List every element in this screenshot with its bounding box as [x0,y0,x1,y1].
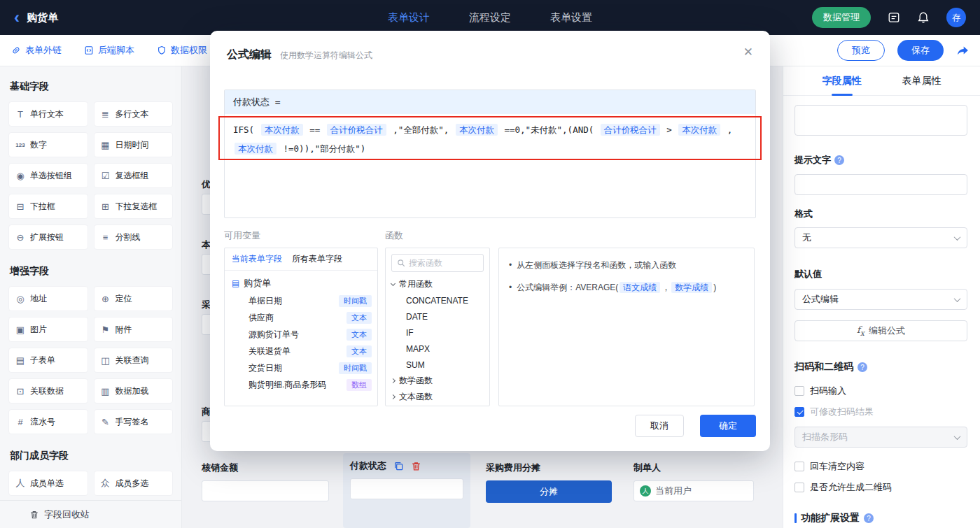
checkbox-icon[interactable] [794,462,804,471]
topbar-tab[interactable]: 表单设置 [550,11,592,24]
sidebar-field-item[interactable]: ▥数据加载 [94,378,174,404]
sidebar-field-item[interactable]: ≣多行文本 [94,101,174,127]
sidebar-field-item[interactable]: ◉单选按钮组 [8,163,88,188]
sidebar-field-item[interactable]: ▤子表单 [8,348,88,373]
functions-tree: 常用函数CONCATENATEDATEIFMAPXSUM数学函数文本函数 [391,276,484,405]
checkbox-scan-input[interactable]: 扫码输入 [794,385,967,397]
preview-button[interactable]: 预览 [837,40,885,61]
apps-icon[interactable] [888,11,900,24]
field-creator[interactable]: 制单人 人 当前用户 [634,462,754,501]
trash-icon[interactable] [411,461,421,471]
sidebar-field-item[interactable]: 人成员单选 [8,471,88,496]
checkbox-label: 是否允许生成二维码 [810,481,892,494]
form-node[interactable]: ▤ 购货单 [225,274,377,292]
variable-row[interactable]: 供应商文本 [225,309,377,326]
field-type-icon: 123 [15,142,26,148]
field-payment-status-selected[interactable]: 付款状态 [343,453,470,528]
checkbox-editable-scan-result[interactable]: 可修改扫码结果 [794,406,967,418]
tab-current-form-fields[interactable]: 当前表单字段 [232,253,282,265]
help-icon[interactable]: ? [864,513,874,523]
checkbox-icon[interactable] [794,483,804,492]
function-item[interactable]: CONCATENATE [391,292,484,308]
sidebar-field-item[interactable]: ⊞下拉复选框 [94,194,174,219]
sidebar-field-item[interactable]: ⊖扩展按钮 [8,224,88,250]
format-select[interactable]: 无 [794,227,967,248]
tab-all-form-fields[interactable]: 所有表单字段 [292,253,342,265]
variable-type-tag: 时间戳 [339,362,372,374]
sidebar-field-item[interactable]: ▣图片 [8,317,88,342]
sidebar-field-item[interactable]: ⊡关联数据 [8,378,88,404]
sidebar-field-item[interactable]: T单行文本 [8,101,88,127]
function-search-input[interactable]: 搜索函数 [391,254,484,272]
cancel-button[interactable]: 取消 [635,415,684,437]
avatar[interactable]: 存 [946,8,966,27]
function-item[interactable]: IF [391,324,484,341]
sidebar-field-item[interactable]: ◫关联查询 [94,348,174,373]
variable-type-tag: 文本 [346,312,372,324]
sidebar-item-label: 日期时间 [115,139,149,151]
hint-text-input[interactable] [794,174,967,195]
checkbox-allow-qrcode[interactable]: 是否允许生成二维码 [794,481,967,494]
formula-content[interactable]: IFS( 本次付款 == 合计价税合计 ,"全部付款", 本次付款 ==0,"未… [225,114,755,217]
function-group[interactable]: 常用函数 [391,276,484,292]
sidebar-item-label: 地址 [30,293,47,305]
back-button[interactable]: ‹ [14,9,20,26]
help-icon[interactable]: ? [834,155,844,165]
share-icon[interactable] [956,44,969,57]
field-recycle-bin[interactable]: 字段回收站 [0,500,181,528]
variable-row[interactable]: 购货明细.商品条形码数组 [225,376,377,393]
sidebar-field-item[interactable]: ✎手写签名 [94,409,174,434]
fx-icon: fx [857,324,864,338]
toolbar-item-label: 表单外链 [25,44,62,57]
sidebar-field-item[interactable]: ⚑附件 [94,317,174,342]
bell-icon[interactable] [917,11,930,24]
form-external-link-button[interactable]: 表单外链 [11,44,62,57]
backend-script-button[interactable]: 后端脚本 [84,44,134,57]
allocate-button[interactable]: 分摊 [486,480,612,503]
topbar-tab[interactable]: 流程设定 [469,11,511,24]
function-item[interactable]: DATE [391,308,484,324]
tab-field-properties[interactable]: 字段属性 [822,66,862,96]
variable-row[interactable]: 关联退货单文本 [225,343,377,359]
confirm-button[interactable]: 确定 [700,415,756,437]
variable-row[interactable]: 源购货订单号文本 [225,326,377,343]
sidebar-field-item[interactable]: ⊕定位 [94,286,174,311]
sidebar-field-item[interactable]: ☑复选框组 [94,163,174,188]
field-type-icon: ⊖ [15,232,26,243]
sidebar-field-item[interactable]: ▦日期时间 [94,132,174,157]
edit-formula-button[interactable]: fx 编辑公式 [794,320,967,341]
sidebar-field-item[interactable]: #流水号 [8,409,88,434]
field-input[interactable] [350,478,463,499]
sidebar-field-item[interactable]: ≡分割线 [94,224,174,250]
sidebar-field-item[interactable]: 123数字 [8,132,88,157]
default-value-select[interactable]: 公式编辑 [794,289,967,310]
topbar-tab[interactable]: 表单设计 [388,11,430,24]
tab-form-properties[interactable]: 表单属性 [902,66,941,96]
checkbox-icon[interactable] [794,407,804,417]
data-manage-button[interactable]: 数据管理 [812,7,871,28]
sidebar-field-item[interactable]: ⊟下拉框 [8,194,88,219]
function-group[interactable]: 文本函数 [391,389,484,405]
sidebar-item-label: 多行文本 [115,108,149,120]
field-writeoff-amount[interactable]: 核销金额 [202,462,329,501]
copy-icon[interactable] [393,461,404,471]
checkbox-icon[interactable] [794,386,804,396]
sidebar-field-item[interactable]: ◎地址 [8,286,88,311]
function-item[interactable]: MAPX [391,341,484,357]
scan-type-select[interactable]: 扫描条形码 [794,427,967,448]
variable-row[interactable]: 单据日期时间戳 [225,292,377,309]
functions-panel: 搜索函数 常用函数CONCATENATEDATEIFMAPXSUM数学函数文本函… [385,248,490,406]
field-input[interactable]: 人 当前用户 [634,480,754,501]
function-item[interactable]: SUM [391,357,484,373]
field-expense-allocation[interactable]: 采购费用分摊 分摊 [486,462,612,503]
function-group[interactable]: 数学函数 [391,373,484,389]
close-icon[interactable]: ✕ [743,46,753,58]
variable-row[interactable]: 交货日期时间戳 [225,359,377,376]
sidebar-field-item[interactable]: 众成员多选 [94,471,174,496]
field-title-input[interactable] [794,105,967,136]
field-input[interactable] [202,480,329,501]
checkbox-clear-on-enter[interactable]: 回车清空内容 [794,460,967,473]
save-button[interactable]: 保存 [897,40,944,61]
help-icon[interactable]: ? [858,362,867,372]
data-permission-button[interactable]: 数据权限 [157,44,207,57]
